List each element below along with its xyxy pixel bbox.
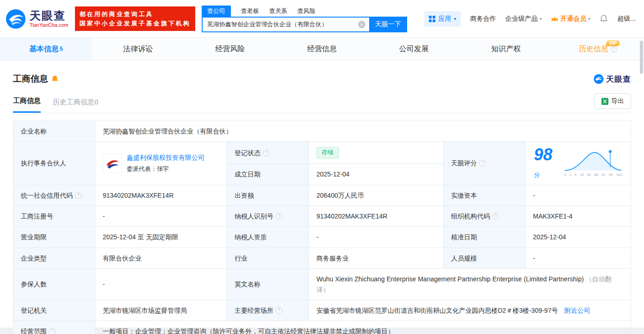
insured-count-label: 参保人数: [13, 269, 95, 300]
logo-brand-domain: TianYanCha.com: [30, 22, 68, 28]
business-term-label: 营业期限: [13, 227, 95, 248]
table-row: 执行事务合伙人 鑫盛利保股权投资有限公司 委派代表：张宇: [13, 142, 631, 164]
score-label-text: 天眼评分: [451, 159, 477, 167]
tab-intellectual-property[interactable]: 知识产权: [460, 38, 552, 60]
partner-representative: 委派代表：张宇: [127, 164, 204, 174]
search-button[interactable]: 天眼一下: [369, 17, 407, 32]
company-type-value: 有限合伙企业: [95, 248, 227, 268]
table-row: 参保人数 - 英文名称 Wuhu Xiexin Zhichuang Enterp…: [13, 269, 631, 300]
help-icon[interactable]: ?: [276, 307, 282, 314]
apps-menu[interactable]: 应用 ▾: [424, 11, 461, 27]
export-button[interactable]: 导出: [594, 93, 631, 109]
tianyancha-mini-icon: [594, 74, 604, 84]
score-value: 98分: [534, 146, 557, 180]
score-cell: 98分 0131550859799100: [526, 142, 631, 185]
search-tabs: 查公司 查老板 查关系 查风险: [202, 6, 407, 17]
search-tab-company[interactable]: 查公司: [202, 6, 231, 17]
tab-history-info[interactable]: VIP 历史信息 ?: [552, 38, 644, 60]
est-date-label: 成立日期: [227, 164, 309, 185]
help-icon[interactable]: ?: [492, 213, 499, 219]
search-tab-boss[interactable]: 查老板: [241, 6, 259, 17]
reg-number-value: -: [95, 206, 227, 226]
help-icon[interactable]: ?: [611, 46, 617, 52]
search-tab-relation[interactable]: 查关系: [269, 6, 287, 17]
tianyancha-logo-icon: [6, 9, 26, 29]
reg-authority-value: 芜湖市镜湖区市场监督管理局: [95, 300, 227, 321]
partner-label: 执行事务合伙人: [13, 142, 95, 185]
partner-company-logo[interactable]: [103, 153, 122, 173]
tab-basic-count: 5: [60, 46, 63, 52]
table-row: 企业类型 有限合伙企业 行业 商务服务业 人员规模 -: [13, 248, 631, 268]
taxpayer-id-label: 纳税人识别号?: [227, 206, 309, 226]
tab-company-development[interactable]: 公司发展: [368, 38, 460, 60]
business-place-label: 主要经营场所?: [227, 300, 309, 321]
section-header: 工商信息 天眼查: [13, 73, 631, 85]
tianyancha-logo[interactable]: 天眼查 TianYanCha.com: [6, 9, 68, 29]
search-input[interactable]: [202, 17, 369, 32]
score-unit: 分: [534, 171, 540, 178]
org-code-label-text: 组织机构代码: [451, 213, 490, 220]
apps-label: 应用: [438, 15, 451, 23]
business-place-value: 安徽省芜湖市镜湖区范罗山街道吉和街雨耕山文化产业园内思楼D2＃楼3楼-309-9…: [316, 307, 558, 314]
subtab-history-business-info[interactable]: 历史工商信息0: [53, 98, 98, 113]
watermark-brand-text: 天眼查: [606, 74, 631, 85]
table-row: 统一社会信用代码? 91340202MAK3XFE14R 出资额 206400万…: [13, 185, 631, 206]
org-code-value: MAK3XFE1-4: [526, 206, 631, 226]
help-icon[interactable]: ?: [49, 328, 56, 334]
business-place-label-text: 主要经营场所: [235, 307, 273, 314]
tab-legal[interactable]: 法律诉讼: [92, 38, 184, 60]
tab-basic-info[interactable]: 基本信息 5: [0, 38, 92, 60]
crown-icon: [551, 16, 558, 22]
reg-status-cell: 存续: [309, 142, 444, 164]
clear-search-icon[interactable]: ×: [358, 21, 365, 28]
business-place-cell: 安徽省芜湖市镜湖区范罗山街道吉和街雨耕山文化产业园内思楼D2＃楼3楼-309-9…: [309, 300, 631, 321]
table-row: 营业期限 2025-12-04 至 无固定期限 纳税人资质 - 核准日期 202…: [13, 227, 631, 248]
help-icon[interactable]: ?: [479, 160, 486, 166]
vertical-scrollbar-thumb[interactable]: [640, 41, 643, 74]
open-vip-link[interactable]: 开通会员 ▾: [551, 15, 590, 23]
promo-line1: 都在用的商业查询工具: [80, 10, 191, 19]
credit-code-label-text: 统一社会信用代码: [21, 192, 73, 199]
est-date-value: 2025-12-04: [309, 164, 444, 185]
logo-text: 天眼查 TianYanCha.com: [30, 10, 68, 27]
nav-super-vip[interactable]: 超级...: [617, 15, 636, 23]
header-nav: 应用 ▾ 商务合作 企业级产品 ▾ 开通会员 ▾ 超级...: [424, 11, 639, 27]
taxpayer-id-label-text: 纳税人识别号: [235, 213, 273, 220]
industry-label: 行业: [227, 248, 309, 268]
nearby-companies-link[interactable]: 附近公司: [564, 307, 590, 314]
help-icon[interactable]: ?: [75, 192, 81, 199]
chevron-down-icon: ▾: [588, 16, 590, 21]
business-scope-label-text: 经营范围: [21, 328, 47, 334]
table-row: 登记机关 芜湖市镜湖区市场监督管理局 主要经营场所? 安徽省芜湖市镜湖区范罗山街…: [13, 300, 631, 321]
nav-enterprise-products[interactable]: 企业级产品 ▾: [505, 15, 542, 23]
tab-operating-info[interactable]: 经营信息: [276, 38, 368, 60]
promo-line2: 国家中小企业发展子基金旗下机构: [80, 19, 191, 28]
help-icon[interactable]: ?: [276, 213, 282, 219]
credit-code-value: 91340202MAK3XFE14R: [95, 185, 227, 206]
capital-label: 出资额: [227, 185, 309, 206]
enterprise-label: 企业级产品: [505, 15, 538, 23]
tab-operating-risk[interactable]: 经营风险: [184, 38, 276, 60]
grid-icon: [429, 16, 435, 22]
subtab-business-info[interactable]: 工商信息: [13, 97, 41, 113]
search-area: 查公司 查老板 查关系 查风险 × 天眼一下: [202, 6, 407, 32]
business-scope-value: 一般项目：企业管理；企业管理咨询（除许可业务外，可自主依法经营法律法规非禁止或限…: [95, 321, 631, 334]
taxpayer-quality-value: -: [309, 227, 444, 248]
approval-date-label: 核准日期: [444, 227, 526, 248]
nav-cooperation[interactable]: 商务合作: [470, 15, 496, 23]
company-tabbar: 基本信息 5 法律诉讼 经营风险 经营信息 公司发展 知识产权 VIP 历史信息…: [0, 38, 644, 61]
excel-icon: [601, 98, 608, 105]
table-row: 工商注册号 - 纳税人识别号? 91340202MAK3XFE14R 组织机构代…: [13, 206, 631, 226]
alert-bell-icon[interactable]: [51, 75, 59, 83]
help-icon[interactable]: ?: [263, 150, 269, 156]
reg-number-label: 工商注册号: [13, 206, 95, 226]
staff-size-label: 人员规模: [444, 248, 526, 268]
reg-status-label: 登记状态?: [227, 142, 309, 164]
company-type-label: 企业类型: [13, 248, 95, 268]
score-distribution-chart: 0131550859799100: [564, 149, 622, 178]
english-name-cell: Wuhu Xiexin Zhichuang Enterprise Managem…: [309, 269, 631, 300]
partner-company-link[interactable]: 鑫盛利保股权投资有限公司: [127, 152, 204, 163]
notification-bell-icon[interactable]: [600, 15, 608, 23]
search-tab-risk[interactable]: 查风险: [297, 6, 316, 17]
section-title: 工商信息: [13, 73, 48, 85]
